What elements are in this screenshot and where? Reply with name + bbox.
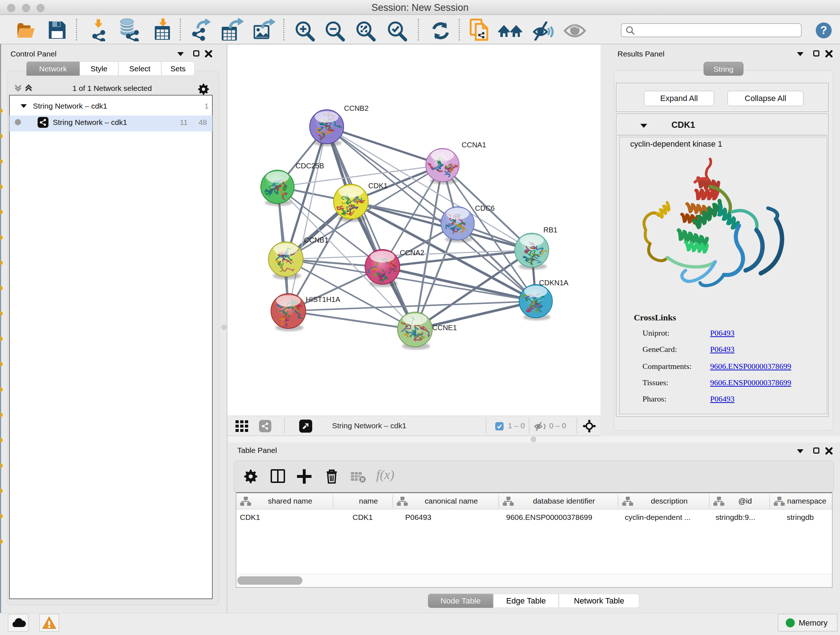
svg-text:CDC6: CDC6 (475, 204, 494, 212)
svg-text:HIST1H1A: HIST1H1A (306, 295, 340, 303)
svg-text:CCNA1: CCNA1 (462, 141, 486, 149)
svg-text:CDK1: CDK1 (368, 182, 387, 190)
svg-text:CDKN1A: CDKN1A (539, 279, 569, 287)
svg-text:RB1: RB1 (543, 226, 557, 234)
svg-text:CCNA2: CCNA2 (400, 249, 424, 257)
svg-text:CCNB1: CCNB1 (304, 236, 328, 244)
svg-text:CDC25B: CDC25B (295, 162, 324, 170)
svg-text:CCNB2: CCNB2 (344, 104, 369, 112)
svg-text:CCNE1: CCNE1 (432, 324, 457, 332)
